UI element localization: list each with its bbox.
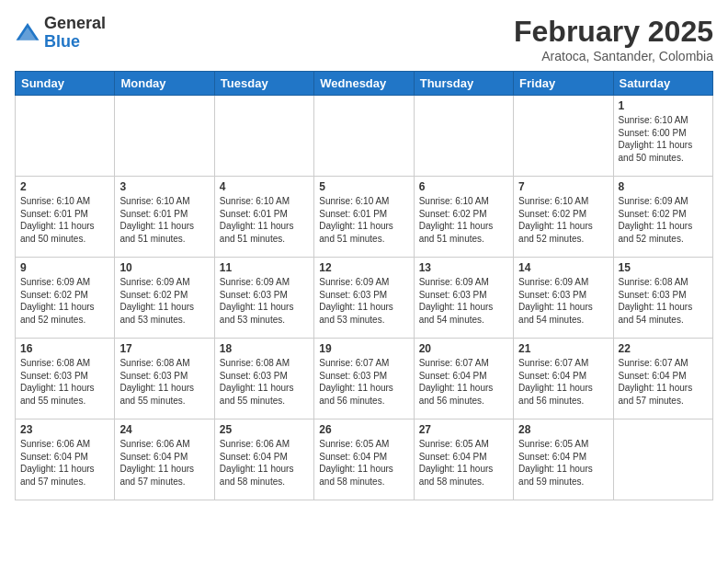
day-number: 12 [319, 261, 408, 274]
day-number: 7 [518, 180, 608, 193]
calendar-cell: 27Sunrise: 6:05 AM Sunset: 6:04 PM Dayli… [414, 419, 513, 500]
calendar-cell: 26Sunrise: 6:05 AM Sunset: 6:04 PM Dayli… [314, 419, 414, 500]
day-number: 13 [419, 261, 508, 274]
weekday-header: Friday [514, 72, 613, 96]
calendar: SundayMondayTuesdayWednesdayThursdayFrid… [15, 71, 713, 500]
day-info: Sunrise: 6:05 AM Sunset: 6:04 PM Dayligh… [419, 438, 508, 488]
logo-icon [15, 20, 40, 46]
day-info: Sunrise: 6:09 AM Sunset: 6:02 PM Dayligh… [20, 276, 109, 326]
day-number: 24 [119, 423, 209, 436]
logo-general: General [44, 15, 106, 33]
day-number: 14 [518, 261, 608, 274]
calendar-cell [613, 419, 712, 500]
day-number: 8 [619, 180, 708, 193]
calendar-cell [16, 96, 115, 177]
day-number: 19 [319, 342, 408, 355]
calendar-cell: 11Sunrise: 6:09 AM Sunset: 6:03 PM Dayli… [214, 258, 313, 339]
calendar-week-row: 23Sunrise: 6:06 AM Sunset: 6:04 PM Dayli… [16, 419, 713, 500]
calendar-cell: 4Sunrise: 6:10 AM Sunset: 6:01 PM Daylig… [214, 177, 313, 258]
day-info: Sunrise: 6:05 AM Sunset: 6:04 PM Dayligh… [319, 438, 408, 488]
calendar-cell: 18Sunrise: 6:08 AM Sunset: 6:03 PM Dayli… [214, 339, 313, 419]
calendar-cell: 7Sunrise: 6:10 AM Sunset: 6:02 PM Daylig… [514, 177, 613, 258]
day-info: Sunrise: 6:06 AM Sunset: 6:04 PM Dayligh… [220, 438, 309, 488]
day-number: 2 [20, 180, 109, 193]
calendar-cell [414, 96, 513, 177]
calendar-cell: 1Sunrise: 6:10 AM Sunset: 6:00 PM Daylig… [613, 96, 712, 177]
calendar-cell: 8Sunrise: 6:09 AM Sunset: 6:02 PM Daylig… [613, 177, 712, 258]
calendar-cell: 5Sunrise: 6:10 AM Sunset: 6:01 PM Daylig… [314, 177, 414, 258]
day-info: Sunrise: 6:10 AM Sunset: 6:01 PM Dayligh… [119, 195, 209, 245]
page-header: General Blue February 2025 Aratoca, Sant… [15, 15, 713, 63]
day-number: 20 [419, 342, 508, 355]
title-block: February 2025 Aratoca, Santander, Colomb… [514, 15, 713, 63]
day-number: 9 [20, 261, 109, 274]
calendar-cell: 24Sunrise: 6:06 AM Sunset: 6:04 PM Dayli… [115, 419, 214, 500]
day-info: Sunrise: 6:09 AM Sunset: 6:03 PM Dayligh… [220, 276, 309, 326]
weekday-header: Wednesday [314, 72, 414, 96]
location: Aratoca, Santander, Colombia [514, 49, 713, 63]
calendar-cell [314, 96, 414, 177]
calendar-week-row: 9Sunrise: 6:09 AM Sunset: 6:02 PM Daylig… [16, 258, 713, 339]
weekday-header: Thursday [414, 72, 513, 96]
day-info: Sunrise: 6:06 AM Sunset: 6:04 PM Dayligh… [119, 438, 209, 488]
logo-blue: Blue [44, 33, 106, 52]
day-info: Sunrise: 6:09 AM Sunset: 6:03 PM Dayligh… [518, 276, 608, 326]
calendar-cell: 21Sunrise: 6:07 AM Sunset: 6:04 PM Dayli… [514, 339, 613, 419]
calendar-cell: 19Sunrise: 6:07 AM Sunset: 6:03 PM Dayli… [314, 339, 414, 419]
day-info: Sunrise: 6:10 AM Sunset: 6:01 PM Dayligh… [319, 195, 408, 245]
day-info: Sunrise: 6:09 AM Sunset: 6:02 PM Dayligh… [119, 276, 209, 326]
day-number: 21 [518, 342, 608, 355]
day-info: Sunrise: 6:08 AM Sunset: 6:03 PM Dayligh… [119, 357, 209, 407]
calendar-cell [214, 96, 313, 177]
day-info: Sunrise: 6:07 AM Sunset: 6:04 PM Dayligh… [419, 357, 508, 407]
logo-text: General Blue [44, 15, 106, 52]
calendar-cell: 3Sunrise: 6:10 AM Sunset: 6:01 PM Daylig… [115, 177, 214, 258]
calendar-week-row: 1Sunrise: 6:10 AM Sunset: 6:00 PM Daylig… [16, 96, 713, 177]
day-info: Sunrise: 6:07 AM Sunset: 6:04 PM Dayligh… [619, 357, 708, 407]
calendar-cell: 23Sunrise: 6:06 AM Sunset: 6:04 PM Dayli… [16, 419, 115, 500]
day-number: 5 [319, 180, 408, 193]
calendar-cell: 20Sunrise: 6:07 AM Sunset: 6:04 PM Dayli… [414, 339, 513, 419]
day-info: Sunrise: 6:10 AM Sunset: 6:02 PM Dayligh… [518, 195, 608, 245]
day-info: Sunrise: 6:10 AM Sunset: 6:00 PM Dayligh… [619, 114, 708, 164]
calendar-week-row: 16Sunrise: 6:08 AM Sunset: 6:03 PM Dayli… [16, 339, 713, 419]
calendar-cell: 2Sunrise: 6:10 AM Sunset: 6:01 PM Daylig… [16, 177, 115, 258]
day-number: 10 [119, 261, 209, 274]
day-number: 3 [119, 180, 209, 193]
day-info: Sunrise: 6:08 AM Sunset: 6:03 PM Dayligh… [220, 357, 309, 407]
day-info: Sunrise: 6:09 AM Sunset: 6:03 PM Dayligh… [319, 276, 408, 326]
day-info: Sunrise: 6:10 AM Sunset: 6:01 PM Dayligh… [20, 195, 109, 245]
day-number: 26 [319, 423, 408, 436]
month-title: February 2025 [514, 15, 713, 49]
day-number: 6 [419, 180, 508, 193]
calendar-cell: 17Sunrise: 6:08 AM Sunset: 6:03 PM Dayli… [115, 339, 214, 419]
day-number: 18 [220, 342, 309, 355]
weekday-header: Monday [115, 72, 214, 96]
day-info: Sunrise: 6:06 AM Sunset: 6:04 PM Dayligh… [20, 438, 109, 488]
day-number: 1 [619, 99, 708, 112]
calendar-cell [514, 96, 613, 177]
calendar-cell: 10Sunrise: 6:09 AM Sunset: 6:02 PM Dayli… [115, 258, 214, 339]
weekday-header-row: SundayMondayTuesdayWednesdayThursdayFrid… [16, 72, 713, 96]
calendar-cell: 9Sunrise: 6:09 AM Sunset: 6:02 PM Daylig… [16, 258, 115, 339]
day-number: 23 [20, 423, 109, 436]
weekday-header: Tuesday [214, 72, 313, 96]
calendar-cell: 6Sunrise: 6:10 AM Sunset: 6:02 PM Daylig… [414, 177, 513, 258]
day-info: Sunrise: 6:10 AM Sunset: 6:02 PM Dayligh… [419, 195, 508, 245]
logo: General Blue [15, 15, 106, 52]
calendar-cell [115, 96, 214, 177]
calendar-cell: 13Sunrise: 6:09 AM Sunset: 6:03 PM Dayli… [414, 258, 513, 339]
calendar-week-row: 2Sunrise: 6:10 AM Sunset: 6:01 PM Daylig… [16, 177, 713, 258]
day-info: Sunrise: 6:10 AM Sunset: 6:01 PM Dayligh… [220, 195, 309, 245]
day-number: 25 [220, 423, 309, 436]
day-number: 22 [619, 342, 708, 355]
day-info: Sunrise: 6:09 AM Sunset: 6:03 PM Dayligh… [419, 276, 508, 326]
day-number: 16 [20, 342, 109, 355]
day-number: 4 [220, 180, 309, 193]
day-number: 11 [220, 261, 309, 274]
day-number: 17 [119, 342, 209, 355]
day-number: 15 [619, 261, 708, 274]
calendar-cell: 22Sunrise: 6:07 AM Sunset: 6:04 PM Dayli… [613, 339, 712, 419]
calendar-cell: 16Sunrise: 6:08 AM Sunset: 6:03 PM Dayli… [16, 339, 115, 419]
weekday-header: Saturday [613, 72, 712, 96]
